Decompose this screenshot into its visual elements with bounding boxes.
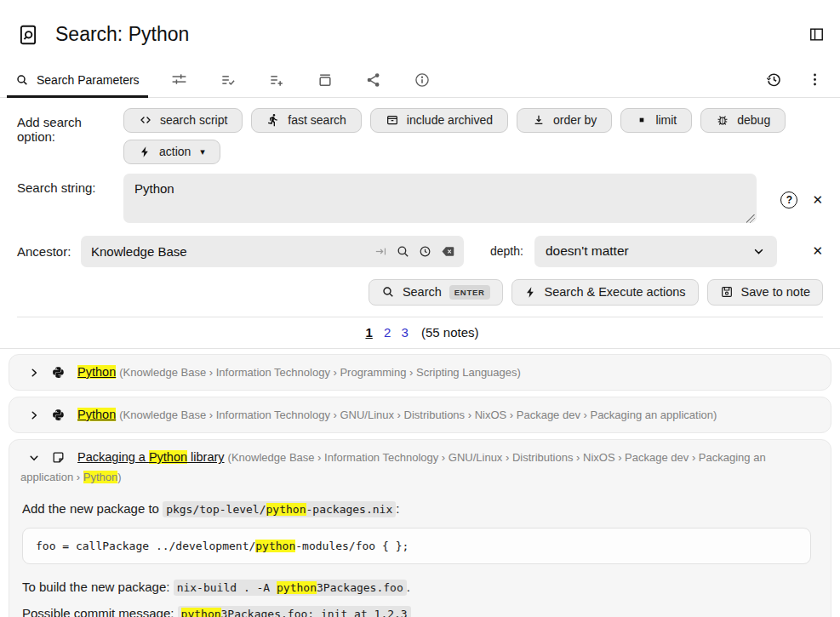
page-title: Search: Python: [55, 23, 189, 46]
button-label: Search & Execute actions: [545, 285, 686, 299]
depth-select[interactable]: doesn't matter: [534, 236, 777, 267]
search-parameters-panel: Add search option: search script fast se…: [0, 98, 840, 317]
button-label: Search: [403, 285, 442, 299]
search-option-buttons: search script fast search include archiv…: [123, 108, 796, 164]
result-card-2: Python (Knowledge Base › Information Tec…: [9, 397, 831, 433]
search-icon[interactable]: [396, 244, 410, 259]
depth-label: depth:: [490, 244, 523, 258]
tab-search-parameters[interactable]: Search Parameters: [7, 63, 148, 97]
fast-search-button[interactable]: fast search: [251, 108, 361, 133]
search-highlight: Python: [77, 365, 116, 379]
app-header: Search: Python: [0, 0, 840, 63]
search-actions-row: Search ENTER Search & Execute actions Sa…: [17, 277, 823, 306]
lightning-icon: [139, 146, 151, 158]
search-string-field-wrap: Python: [123, 174, 757, 226]
code-icon: [139, 113, 152, 127]
add-search-option-row: Add search option: search script fast se…: [17, 108, 823, 164]
resize-handle[interactable]: [746, 214, 755, 223]
limit-button[interactable]: limit: [620, 108, 692, 133]
page-1-current[interactable]: 1: [365, 325, 372, 340]
note-icon: [51, 450, 66, 465]
search-string-row: Search string: Python ? ✕: [17, 174, 823, 226]
save-to-note-button[interactable]: Save to note: [707, 279, 823, 306]
note-content-preview: Add the new package to pkgs/top-level/py…: [20, 488, 820, 617]
caret-down-icon: ▾: [200, 146, 205, 157]
ancestor-row: Ancestor:: [17, 236, 823, 267]
arrow-to-bottom-icon: [532, 113, 546, 127]
add-search-option-label: Add search option:: [17, 108, 123, 164]
button-label: include archived: [407, 113, 493, 127]
enter-shortcut-badge: ENTER: [449, 285, 490, 300]
collapse-chevron-down-icon[interactable]: [28, 452, 40, 464]
ribbon-right-group: [763, 69, 825, 90]
search-button[interactable]: Search ENTER: [369, 279, 503, 306]
result-card-1: Python (Knowledge Base › Information Tec…: [9, 354, 831, 391]
inline-code: python3Packages.foo: init at 1.2.3: [178, 606, 411, 617]
stop-square-icon: [636, 114, 648, 126]
toggle-right-pane-icon[interactable]: [807, 25, 826, 44]
search-icon: [15, 73, 29, 87]
chevron-down-icon: [751, 244, 766, 259]
order-by-button[interactable]: order by: [517, 108, 612, 133]
note-revisions-history-icon[interactable]: [763, 69, 785, 90]
ribbon-tab-bar: Search Parameters: [0, 63, 840, 98]
recent-notes-clock-icon[interactable]: [418, 244, 432, 259]
result-note-path: (Knowledge Base › Information Technology…: [119, 366, 521, 379]
clear-backspace-icon[interactable]: [440, 243, 456, 260]
help-icon[interactable]: ?: [780, 191, 797, 209]
button-label: action: [159, 145, 191, 158]
remove-ancestor-icon[interactable]: ✕: [812, 243, 823, 259]
archive-box-icon[interactable]: [315, 70, 335, 90]
info-icon[interactable]: [412, 70, 432, 90]
run-icon: [266, 113, 280, 127]
result-card-3: Packaging a Python library (Knowledge Ba…: [9, 439, 831, 617]
page-2-link[interactable]: 2: [384, 325, 391, 340]
debug-button[interactable]: debug: [700, 108, 786, 133]
content-paragraph: To build the new package: nix-build . -A…: [22, 580, 816, 594]
inline-code: nix-build . -A python3Packages.foo: [174, 580, 407, 596]
search-highlight: Python: [77, 408, 116, 421]
button-label: fast search: [288, 113, 346, 127]
inline-code: pkgs/top-level/python-packages.nix: [163, 501, 396, 517]
remove-search-string-icon[interactable]: ✕: [812, 192, 823, 208]
button-label: search script: [160, 113, 227, 127]
result-note-link[interactable]: Python: [77, 408, 116, 421]
lightning-icon: [524, 286, 537, 299]
ancestor-label: Ancestor:: [17, 244, 81, 259]
ancestor-input-icons: [374, 243, 456, 260]
python-logo-icon: [51, 365, 66, 380]
list-check-icon[interactable]: [218, 70, 238, 90]
list-plus-icon[interactable]: [266, 70, 287, 90]
jump-to-note-icon[interactable]: [374, 244, 388, 259]
bug-icon: [716, 113, 729, 127]
expand-chevron-right-icon[interactable]: [28, 367, 40, 379]
tab-label: Search Parameters: [37, 73, 140, 87]
action-dropdown-button[interactable]: action ▾: [123, 140, 220, 164]
include-archived-button[interactable]: include archived: [370, 108, 508, 133]
ancestor-note-autocomplete: [81, 236, 464, 267]
ancestor-input[interactable]: [81, 244, 374, 259]
page-3-link[interactable]: 3: [401, 325, 408, 340]
result-note-link[interactable]: Python: [77, 365, 116, 379]
note-search-icon: [17, 24, 39, 46]
code-block: foo = callPackage ../development/python-…: [22, 528, 811, 564]
kebab-menu-icon[interactable]: [805, 70, 825, 89]
search-string-label: Search string:: [17, 174, 123, 226]
search-string-input[interactable]: Python: [123, 174, 757, 223]
expand-chevron-right-icon[interactable]: [28, 409, 40, 421]
result-note-path: (Knowledge Base › Information Technology…: [119, 408, 717, 421]
python-logo-icon: [51, 408, 66, 422]
note-count: (55 notes): [421, 325, 479, 340]
result-note-link[interactable]: Packaging a Python library: [77, 450, 225, 464]
search-highlight: Python: [149, 450, 187, 464]
button-label: limit: [655, 113, 677, 127]
content-paragraph: Possible commit message: python3Packages…: [22, 606, 816, 617]
archive-icon: [386, 113, 399, 127]
search-script-button[interactable]: search script: [123, 108, 243, 133]
content-paragraph: Add the new package to pkgs/top-level/py…: [22, 501, 816, 516]
search-execute-actions-button[interactable]: Search & Execute actions: [511, 279, 699, 306]
note-map-share-icon[interactable]: [363, 70, 384, 90]
basic-properties-sliders-icon[interactable]: [169, 69, 190, 90]
button-label: Save to note: [741, 285, 810, 299]
pagination: 1 2 3 (55 notes): [0, 317, 840, 348]
